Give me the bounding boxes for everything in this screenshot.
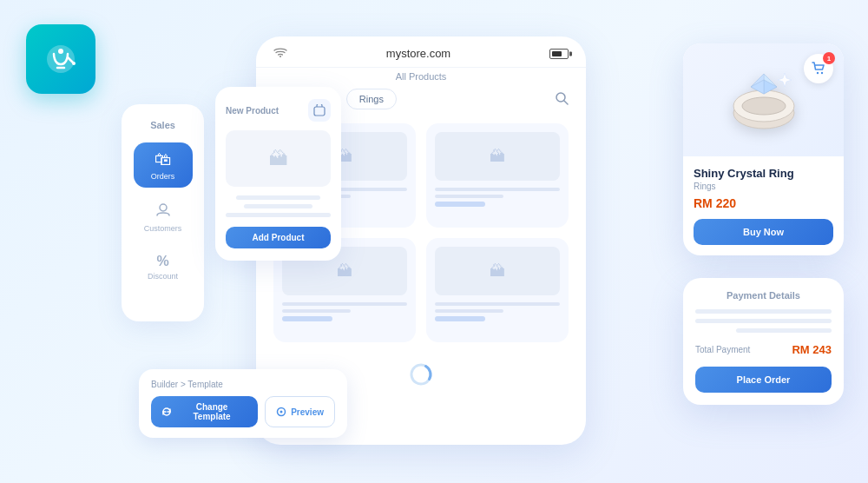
svg-point-2	[72, 62, 76, 65]
product-detail-body: Shiny Crystal Ring Rings RM 220 Buy Now	[683, 156, 844, 255]
product-name: Shiny Crystal Ring	[694, 167, 833, 180]
product-detail-image: 1	[683, 43, 844, 156]
discount-icon: %	[156, 254, 168, 269]
new-product-title: New Product	[226, 106, 279, 116]
all-products-label: All Products	[396, 68, 447, 85]
payment-total: Total Payment RM 243	[695, 343, 832, 356]
search-icon[interactable]	[555, 91, 569, 108]
product-price: RM 220	[694, 196, 833, 210]
product-card-4: 🏔	[426, 238, 569, 342]
svg-rect-4	[314, 107, 325, 116]
product-img-icon-4: 🏔	[490, 262, 505, 281]
sidebar-panel: Sales 🛍 Orders Customers % Discount	[122, 104, 204, 321]
orders-label: Orders	[151, 172, 175, 181]
svg-point-19	[817, 72, 819, 74]
product-img-icon-3: 🏔	[337, 262, 352, 281]
product-img-4: 🏔	[435, 247, 560, 295]
place-order-button[interactable]: Place Order	[695, 367, 832, 393]
cart-icon	[812, 62, 825, 76]
builder-actions: Change Template Preview	[151, 396, 335, 427]
new-product-card: New Product 🏔 Add Product	[215, 87, 341, 261]
product-line-3	[226, 213, 331, 217]
wifi-icon	[273, 47, 287, 60]
svg-point-13	[742, 97, 786, 115]
battery-fill	[552, 51, 562, 56]
payment-line-2	[695, 319, 832, 323]
product-card-2: 🏔	[426, 123, 569, 228]
preview-icon	[276, 407, 286, 417]
change-template-icon	[161, 407, 172, 417]
payment-total-label: Total Payment	[695, 345, 750, 354]
ring-image	[720, 61, 807, 139]
payment-line-3	[736, 328, 832, 333]
payment-title: Payment Details	[695, 290, 832, 301]
product-img-2: 🏔	[435, 132, 560, 181]
preview-button[interactable]: Preview	[265, 396, 335, 427]
payment-card: Payment Details Total Payment RM 243 Pla…	[683, 278, 844, 405]
payment-total-amount: RM 243	[792, 343, 832, 356]
customers-label: Customers	[144, 224, 182, 233]
loading-spinner	[409, 362, 433, 393]
svg-point-10	[280, 411, 283, 414]
image-placeholder-icon: 🏔	[269, 148, 288, 170]
svg-point-20	[821, 72, 823, 74]
cart-badge[interactable]: 1	[804, 54, 833, 83]
product-detail-card: 1 Shiny Crystal Ring Rings RM 220 Buy No…	[683, 43, 844, 255]
discount-label: Discount	[148, 272, 178, 281]
sidebar-item-discount[interactable]: % Discount	[134, 247, 193, 288]
filter-tab-rings[interactable]: Rings	[346, 89, 397, 109]
sidebar-item-orders[interactable]: 🛍 Orders	[134, 142, 193, 188]
orders-icon: 🛍	[155, 149, 172, 169]
product-line-2	[244, 204, 312, 208]
add-product-button[interactable]: Add Product	[226, 227, 331, 248]
builder-breadcrumb: Builder > Template	[151, 380, 335, 389]
product-category: Rings	[694, 182, 833, 191]
new-product-icon	[308, 99, 331, 122]
app-logo	[26, 24, 95, 94]
cart-count: 1	[823, 52, 835, 64]
payment-line-1	[695, 309, 832, 314]
builder-bar: Builder > Template Change Template Previ…	[139, 369, 347, 438]
mockup-header: mystore.com	[256, 36, 586, 68]
product-line-1	[236, 195, 320, 200]
svg-point-1	[58, 49, 63, 54]
new-product-image: 🏔	[226, 130, 331, 187]
battery-icon	[549, 49, 569, 59]
change-template-button[interactable]: Change Template	[151, 396, 258, 427]
svg-point-5	[279, 56, 281, 57]
sidebar-title: Sales	[150, 120, 175, 130]
buy-now-button[interactable]: Buy Now	[694, 219, 833, 245]
svg-point-3	[160, 204, 167, 211]
sidebar-item-customers[interactable]: Customers	[134, 195, 193, 240]
svg-line-7	[564, 101, 568, 104]
mockup-url: mystore.com	[386, 47, 450, 60]
product-img-icon-2: 🏔	[490, 148, 505, 166]
customers-icon	[155, 202, 171, 222]
